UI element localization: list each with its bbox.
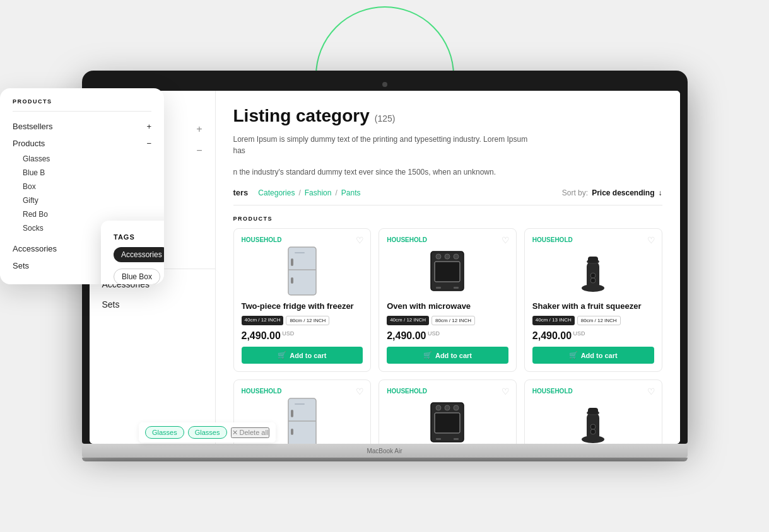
wishlist-button[interactable]: ♡ (647, 386, 655, 396)
wishlist-button[interactable]: ♡ (356, 235, 364, 245)
add-to-cart-button[interactable]: 🛒 Add to cart (387, 347, 508, 364)
overlay-minus-icon: − (146, 139, 151, 148)
active-tag-glasses-1[interactable]: Glasses (145, 426, 184, 439)
main-area: Listing category (125) Lorem Ipsum is si… (216, 91, 680, 444)
svg-rect-0 (288, 247, 316, 295)
page-description-1: Lorem Ipsum is simply dummy text of the … (233, 134, 536, 156)
cart-icon: 🛒 (423, 351, 432, 359)
overlay-item-label: Sets (13, 261, 29, 270)
size-tag-large[interactable]: 80cm / 12 INCH (431, 316, 475, 325)
screen-content: PRODUCTS Bestsellers + Products − Glasse… (90, 91, 680, 444)
product-category: Household (532, 236, 654, 243)
tag-accessories[interactable]: Accessories (114, 247, 164, 262)
laptop-base: MacBook Air (82, 444, 688, 458)
filters-button[interactable]: ters (233, 188, 249, 197)
svg-rect-23 (295, 403, 305, 405)
tags-popup: TAGS Accessories Gift box Blue Box Gifty… (101, 221, 164, 284)
svg-rect-2 (291, 258, 293, 266)
wishlist-button[interactable]: ♡ (502, 235, 510, 245)
sidebar-item-label: Sets (102, 299, 120, 309)
size-tag-small[interactable]: 40cm / 12 INCH (387, 316, 429, 325)
size-tags: 40cm / 13 INCH 80cm / 12 INCH (532, 316, 654, 325)
wishlist-button[interactable]: ♡ (647, 235, 655, 245)
overlay-sub-gifty[interactable]: Gifty (13, 194, 151, 207)
breadcrumb-sep-2: / (335, 188, 337, 197)
size-tags: 40cm / 12 INCH 80cm / 12 INCH (387, 316, 508, 325)
size-tag-large[interactable]: 80cm / 12 INCH (577, 316, 621, 325)
page-count: (125) (375, 113, 396, 124)
svg-point-36 (590, 424, 596, 429)
breadcrumb-fashion[interactable]: Fashion (305, 188, 332, 197)
product-category: Household (532, 388, 654, 395)
overlay-sub-box[interactable]: Box (13, 180, 151, 194)
wishlist-button[interactable]: ♡ (356, 386, 364, 396)
add-to-cart-label: Add to cart (435, 352, 472, 359)
cart-icon: 🛒 (278, 351, 286, 359)
sort-value[interactable]: Price descending (592, 188, 654, 197)
size-tag-large[interactable]: 80cm / 12 INCH (286, 316, 329, 325)
overlay-item-bestsellers[interactable]: Bestsellers + (13, 118, 151, 135)
svg-rect-4 (295, 252, 305, 253)
product-card: ♡ Household Oven with microwave 40cm / 1… (379, 379, 517, 444)
add-to-cart-button[interactable]: 🛒 Add to cart (532, 347, 654, 364)
svg-rect-21 (291, 410, 293, 417)
overlay-sub-glasses[interactable]: Glasses (13, 152, 151, 166)
laptop-screen: PRODUCTS Bestsellers + Products − Glasse… (90, 91, 680, 444)
delete-x-icon: ✕ (232, 429, 238, 437)
wishlist-button[interactable]: ♡ (502, 386, 510, 396)
product-card: ♡ Household Shaker with a fruit squeezer… (524, 379, 662, 444)
product-image-area (532, 397, 654, 444)
svg-point-17 (590, 273, 596, 278)
sort-row: Sort by: Price descending ↓ (562, 188, 662, 197)
sidebar-overlay-card: PRODUCTS Bestsellers + Products − Glasse… (0, 88, 164, 284)
svg-point-28 (445, 405, 450, 410)
product-category: Household (387, 388, 508, 395)
delete-all-active-tags-button[interactable]: ✕ Delete all (231, 427, 270, 438)
delete-all-small-label: Delete all (240, 429, 269, 436)
product-name: Shaker with a fruit squeezer (532, 301, 654, 312)
breadcrumb: Categories / Fashion / Pants (258, 188, 360, 197)
price-currency: USD (572, 330, 585, 337)
product-price: 2,490.00 USD (242, 330, 363, 342)
product-card: ♡ Household Two-piece fridge with freeze… (233, 228, 372, 372)
overlay-sub-redbo[interactable]: Red Bo (13, 207, 151, 221)
size-tag-small[interactable]: 40cm / 13 INCH (532, 316, 575, 325)
tags-list-outlined: Blue Box Gifty (114, 269, 164, 284)
laptop-brand-label: MacBook Air (367, 448, 402, 454)
svg-point-9 (445, 254, 450, 259)
laptop-foot (82, 458, 688, 461)
filter-bar: ters Categories / Fashion / Pants Sort b… (233, 188, 662, 205)
product-image (277, 249, 327, 293)
size-tags: 40cm / 12 INCH 80cm / 12 INCH (242, 316, 363, 325)
product-image (422, 400, 473, 444)
active-tag-glasses-2[interactable]: Glasses (188, 426, 227, 439)
plus-icon: + (196, 124, 202, 135)
overlay-item-label: Accessories (13, 244, 57, 253)
page-description-2: n the industry's standard dummy text eve… (233, 166, 536, 178)
svg-rect-22 (291, 429, 293, 435)
breadcrumb-categories[interactable]: Categories (258, 188, 295, 197)
product-image-area (532, 246, 654, 296)
breadcrumb-pants[interactable]: Pants (341, 188, 361, 197)
overlay-item-products[interactable]: Products − (13, 135, 151, 152)
product-card: ♡ Household Oven with microwave 40cm / 1… (379, 228, 517, 372)
svg-rect-25 (435, 413, 460, 433)
product-image-area (242, 246, 363, 296)
product-image (568, 400, 618, 444)
svg-rect-16 (588, 257, 598, 263)
svg-rect-30 (436, 438, 441, 440)
product-price: 2,490.00 USD (387, 330, 508, 342)
add-to-cart-button[interactable]: 🛒 Add to cart (242, 347, 363, 364)
product-image (422, 249, 473, 293)
size-tag-small[interactable]: 40cm / 12 INCH (242, 316, 284, 325)
tag-blue-box[interactable]: Blue Box (114, 269, 160, 284)
svg-point-37 (590, 429, 596, 434)
product-card: ♡ Household Shaker with a fruit squeezer… (524, 228, 662, 372)
svg-point-27 (436, 405, 441, 410)
overlay-item-label: Bestsellers (13, 122, 53, 131)
overlay-products-label: PRODUCTS (13, 98, 151, 112)
overlay-sub-blueb[interactable]: Blue B (13, 166, 151, 180)
laptop-screen-frame: PRODUCTS Bestsellers + Products − Glasse… (82, 71, 688, 444)
product-grid: ♡ Household Two-piece fridge with freeze… (233, 228, 662, 444)
sidebar-item-sets[interactable]: Sets (90, 294, 215, 315)
